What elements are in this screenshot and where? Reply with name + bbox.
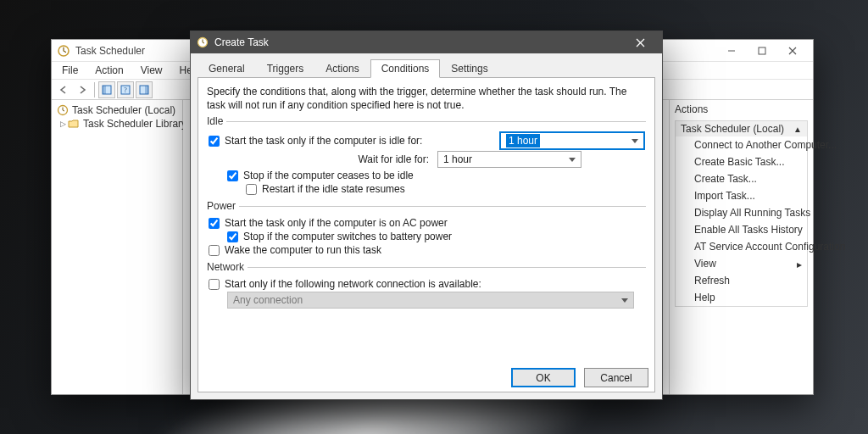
- action-basic[interactable]: Create Basic Task...: [676, 153, 807, 170]
- label-battery: Stop if the computer switches to battery…: [243, 231, 452, 242]
- navigation-tree[interactable]: Task Scheduler (Local) ▷ Task Scheduler …: [52, 100, 183, 394]
- action-help[interactable]: Help: [676, 289, 807, 306]
- tab-settings[interactable]: Settings: [440, 59, 498, 78]
- action-import[interactable]: Import Task...: [676, 187, 807, 204]
- combo-network-connection: Any connection: [227, 292, 634, 309]
- tree-root[interactable]: Task Scheduler (Local): [55, 103, 182, 117]
- svg-rect-7: [145, 86, 148, 94]
- row-restart-idle: Restart if the idle state resumes: [209, 183, 644, 195]
- label-restart-idle: Restart if the idle state resumes: [262, 183, 405, 195]
- action-running[interactable]: Display All Running Tasks: [676, 204, 807, 221]
- clock-icon: [196, 36, 209, 49]
- tree-root-label: Task Scheduler (Local): [72, 104, 175, 116]
- combo-network-value: Any connection: [233, 294, 303, 306]
- row-wake: Wake the computer to run this task: [209, 244, 644, 256]
- action-connect[interactable]: Connect to Another Computer...: [676, 136, 807, 153]
- network-legend: Network: [207, 261, 248, 273]
- clock-icon: [57, 44, 70, 58]
- show-hide-action-pane-icon[interactable]: [136, 81, 153, 98]
- row-network-combo: Any connection: [209, 292, 644, 309]
- actions-pane-title: Actions: [675, 103, 808, 115]
- close-button[interactable]: [777, 42, 808, 60]
- actions-group-header: Task Scheduler (Local) ▲: [676, 121, 807, 136]
- row-idle-only: Start the task only if the computer is i…: [209, 132, 644, 149]
- dialog-close-button[interactable]: [623, 32, 657, 53]
- label-ac-power: Start the task only if the computer is o…: [225, 217, 448, 229]
- minimize-button[interactable]: [716, 42, 747, 60]
- ok-button[interactable]: OK: [511, 368, 576, 387]
- action-refresh[interactable]: Refresh: [676, 272, 807, 289]
- toolbar-separator: [94, 82, 95, 97]
- help-icon[interactable]: ?: [117, 81, 134, 98]
- label-wait-for-idle: Wait for idle for:: [227, 153, 437, 165]
- checkbox-network-only[interactable]: [209, 279, 220, 290]
- dialog-titlebar[interactable]: Create Task: [191, 31, 662, 53]
- actions-group-title: Task Scheduler (Local): [681, 123, 784, 135]
- label-wake: Wake the computer to run this task: [225, 244, 381, 256]
- menu-action[interactable]: Action: [88, 64, 130, 77]
- svg-rect-3: [103, 86, 106, 94]
- tab-conditions[interactable]: Conditions: [370, 59, 441, 78]
- tree-child-label: Task Scheduler Library: [83, 118, 186, 130]
- back-icon[interactable]: [55, 81, 72, 98]
- row-stop-if-not-idle: Stop if the computer ceases to be idle: [209, 170, 644, 181]
- checkbox-restart-idle[interactable]: [246, 184, 257, 195]
- label-stop-if-not-idle: Stop if the computer ceases to be idle: [243, 170, 414, 181]
- dialog-tabs: General Triggers Actions Conditions Sett…: [198, 58, 655, 77]
- forward-icon[interactable]: [74, 81, 91, 98]
- row-ac-power: Start the task only if the computer is o…: [209, 217, 644, 229]
- tab-general[interactable]: General: [198, 59, 256, 78]
- maximize-button[interactable]: [747, 42, 777, 60]
- power-group: Power Start the task only if the compute…: [207, 200, 646, 258]
- cancel-button[interactable]: Cancel: [584, 368, 648, 387]
- combo-wait-value: 1 hour: [443, 153, 472, 165]
- combo-wait-for-idle[interactable]: 1 hour: [437, 151, 581, 168]
- idle-legend: Idle: [207, 115, 226, 127]
- label-start-only-if-idle: Start the task only if the computer is i…: [225, 135, 422, 147]
- chevron-right-icon: ▸: [797, 259, 802, 270]
- power-legend: Power: [207, 200, 239, 212]
- dialog-footer: OK Cancel: [511, 368, 648, 387]
- checkbox-stop-if-not-idle[interactable]: [227, 170, 238, 181]
- combo-idle-for-value: 1 hour: [506, 134, 540, 147]
- conditions-description: Specify the conditions that, along with …: [207, 85, 646, 112]
- row-battery: Stop if the computer switches to battery…: [209, 231, 644, 242]
- tab-actions[interactable]: Actions: [314, 59, 370, 78]
- label-network-only: Start only if the following network conn…: [225, 278, 481, 290]
- menu-view[interactable]: View: [134, 64, 170, 77]
- show-hide-tree-icon[interactable]: [98, 81, 115, 98]
- network-group: Network Start only if the following netw…: [207, 261, 646, 310]
- create-task-dialog: Create Task General Triggers Actions Con…: [190, 31, 663, 400]
- checkbox-wake[interactable]: [209, 245, 220, 256]
- row-wait-for-idle: Wait for idle for: 1 hour: [209, 151, 644, 168]
- svg-text:?: ?: [124, 86, 127, 94]
- checkbox-battery[interactable]: [227, 231, 238, 242]
- window-controls: [716, 42, 808, 60]
- collapse-icon[interactable]: ▲: [793, 125, 802, 134]
- checkbox-start-only-if-idle[interactable]: [209, 136, 220, 147]
- idle-group: Idle Start the task only if the computer…: [207, 115, 646, 197]
- action-view[interactable]: View ▸: [676, 255, 807, 272]
- expander-icon[interactable]: ▷: [60, 120, 66, 128]
- action-history[interactable]: Enable All Tasks History: [676, 221, 807, 238]
- checkbox-ac-power[interactable]: [209, 218, 220, 229]
- clock-icon: [57, 104, 69, 116]
- conditions-page: Specify the conditions that, along with …: [198, 77, 655, 392]
- action-create[interactable]: Create Task...: [676, 170, 807, 187]
- action-atconfig[interactable]: AT Service Account Configuration: [676, 238, 807, 255]
- combo-idle-for[interactable]: 1 hour: [500, 132, 644, 149]
- dialog-title: Create Task: [214, 36, 623, 48]
- row-network-only: Start only if the following network conn…: [209, 278, 644, 290]
- tab-triggers[interactable]: Triggers: [256, 59, 315, 78]
- tree-child[interactable]: ▷ Task Scheduler Library: [55, 117, 182, 131]
- svg-rect-1: [759, 47, 765, 54]
- actions-pane: Actions Task Scheduler (Local) ▲ Connect…: [669, 100, 813, 394]
- folder-icon: [68, 119, 80, 129]
- action-view-label: View: [694, 258, 716, 270]
- menu-file[interactable]: File: [55, 64, 85, 77]
- actions-group: Task Scheduler (Local) ▲ Connect to Anot…: [675, 120, 808, 307]
